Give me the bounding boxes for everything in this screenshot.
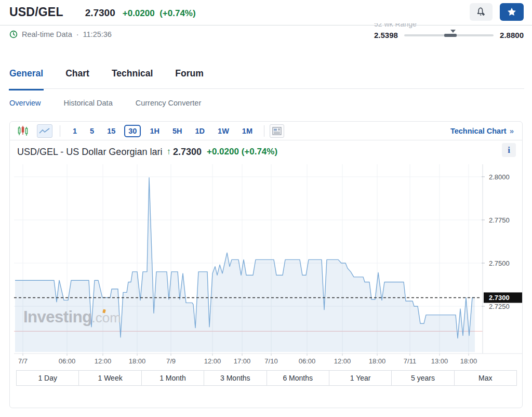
chart-area[interactable]: 2.80002.77502.75002.72502.73007/706:0012… — [10, 163, 522, 366]
clock-icon — [9, 30, 18, 38]
instrument-price: 2.7300 — [85, 7, 115, 19]
x-axis-label: 7/11 — [404, 357, 416, 365]
current-price-badge-label: 2.7300 — [489, 294, 510, 302]
main-tabs: GeneralChartTechnicalForum — [9, 68, 204, 90]
sub-tabs: OverviewHistorical DataCurrency Converte… — [9, 99, 201, 107]
news-panel-button[interactable] — [270, 124, 284, 138]
y-axis-label: 2.7250 — [489, 303, 510, 310]
tab-technical[interactable]: Technical — [112, 68, 153, 90]
line-chart-icon — [39, 127, 50, 135]
arrow-up-icon: ↑ — [166, 147, 171, 157]
range-button-1-week[interactable]: 1 Week — [78, 370, 141, 386]
range-button-5-years[interactable]: 5 years — [391, 370, 454, 386]
interval-1m[interactable]: 1M — [238, 125, 257, 137]
info-icon[interactable]: i — [502, 143, 516, 157]
x-axis-label: 7/7 — [18, 357, 28, 365]
realtime-label: Real-time Data — [22, 30, 72, 38]
interval-5[interactable]: 5 — [86, 125, 98, 137]
star-icon — [507, 7, 517, 17]
subtab-overview[interactable]: Overview — [9, 99, 41, 107]
52wk-range-low: 2.5398 — [374, 31, 398, 40]
header-divider — [0, 25, 532, 25]
toolbar-divider — [60, 125, 60, 137]
interval-1h[interactable]: 1H — [145, 125, 164, 137]
interval-15[interactable]: 15 — [103, 125, 119, 137]
x-axis-label: 7/10 — [264, 357, 277, 365]
price-area-fill — [15, 178, 475, 352]
triangle-down-icon — [450, 30, 456, 33]
x-axis-label: 12:00 — [334, 357, 351, 365]
tabs-divider — [9, 88, 524, 89]
interval-1w[interactable]: 1W — [214, 125, 233, 137]
instrument-symbol: USD/GEL — [9, 5, 63, 19]
chart-change: +0.0200 (+0.74%) — [207, 147, 277, 157]
interval-1[interactable]: 1 — [69, 125, 81, 137]
realtime-separator: · — [76, 30, 79, 38]
range-button-1-day[interactable]: 1 Day — [16, 370, 79, 386]
news-panel-icon — [272, 127, 282, 135]
chevron-right-icon: » — [510, 126, 514, 135]
interval-30[interactable]: 30 — [124, 125, 141, 137]
52wk-range-current-segment — [444, 34, 457, 37]
range-button-1-month[interactable]: 1 Month — [141, 370, 204, 386]
chart-title-row: USD/GEL - US Dollar Georgian lari ↑ 2.73… — [10, 140, 522, 163]
tab-forum[interactable]: Forum — [175, 68, 203, 90]
instrument-change: +0.0200 (+0.74%) — [123, 8, 196, 19]
x-axis-label: 06:00 — [59, 357, 76, 365]
x-axis-label: 17:00 — [234, 357, 251, 365]
x-axis-label: 7/9 — [166, 357, 176, 365]
x-axis-label: 06:00 — [299, 357, 316, 365]
interval-5h[interactable]: 5H — [168, 125, 187, 137]
add-to-watchlist-button[interactable] — [500, 3, 524, 21]
x-axis-label: 18:00 — [129, 357, 146, 365]
subtab-currency-converter[interactable]: Currency Converter — [136, 99, 202, 107]
52wk-range-high: 2.8800 — [500, 31, 524, 40]
area-chart-button[interactable] — [37, 124, 52, 138]
x-axis-label: 18:00 — [369, 357, 386, 365]
x-axis-label: 12:00 — [204, 357, 221, 365]
x-axis-label: 13:00 — [431, 357, 448, 365]
usdgel-overview-page: 52 wk Range 2.5398 2.8800 USD/GEL 2.7300… — [0, 0, 532, 417]
toolbar-divider — [264, 125, 264, 137]
tab-chart[interactable]: Chart — [65, 68, 89, 90]
subtab-historical-data[interactable]: Historical Data — [63, 99, 112, 107]
range-button-max[interactable]: Max — [454, 370, 517, 386]
price-chart-svg: 2.80002.77502.75002.72502.73007/706:0012… — [10, 163, 522, 366]
x-axis-label: 12:00 — [95, 357, 112, 365]
tab-general[interactable]: General — [9, 68, 43, 90]
chart-title: USD/GEL - US Dollar Georgian lari — [17, 147, 162, 158]
52wk-range-track — [404, 34, 494, 36]
range-button-6-months[interactable]: 6 Months — [267, 370, 329, 386]
range-button-3-months[interactable]: 3 Months — [204, 370, 267, 386]
x-axis-label: 18:00 — [460, 357, 477, 365]
candlestick-chart-icon — [17, 125, 29, 137]
chart-toolbar: 1515301H5H1D1W1M Technical Chart » — [10, 122, 522, 140]
range-button-1-year[interactable]: 1 Year — [329, 370, 392, 386]
interval-selector: 1515301H5H1D1W1M — [69, 125, 257, 137]
realtime-time: 11:25:36 — [83, 30, 112, 38]
candlestick-chart-button[interactable] — [16, 124, 30, 138]
realtime-status: Real-time Data · 11:25:36 — [9, 30, 112, 38]
technical-chart-label: Technical Chart — [450, 127, 507, 135]
create-alert-button[interactable] — [470, 3, 493, 21]
interval-1d[interactable]: 1D — [191, 125, 209, 137]
y-axis-label: 2.7750 — [489, 216, 510, 224]
chart-price: 2.7300 — [173, 147, 202, 158]
technical-chart-link[interactable]: Technical Chart » — [450, 126, 516, 135]
y-axis-label: 2.8000 — [489, 173, 510, 181]
bell-plus-icon — [475, 6, 487, 18]
instrument-header: USD/GEL 2.7300 +0.0200 (+0.74%) — [9, 5, 196, 19]
time-range-buttons: 1 Day1 Week1 Month3 Months6 Months1 Year… — [16, 370, 517, 386]
y-axis-label: 2.7500 — [489, 259, 510, 267]
chart-widget: 1515301H5H1D1W1M Technical Chart » USD/G… — [9, 121, 523, 408]
